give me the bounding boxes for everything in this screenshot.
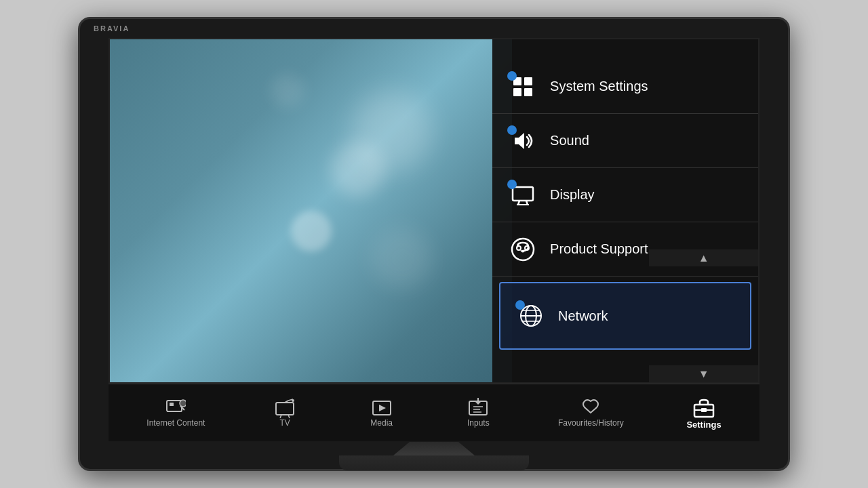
menu-item-network[interactable]: Network bbox=[499, 282, 751, 350]
scroll-down-arrow[interactable]: ▼ bbox=[649, 365, 758, 382]
svg-point-10 bbox=[517, 246, 521, 250]
nav-item-inputs[interactable]: Inputs bbox=[451, 394, 505, 431]
nav-item-settings[interactable]: Settings bbox=[676, 393, 731, 433]
settings-menu-panel: ▲ bbox=[492, 39, 758, 382]
svg-rect-3 bbox=[524, 88, 532, 96]
menu-label-network: Network bbox=[558, 308, 608, 324]
svg-rect-1 bbox=[524, 77, 532, 85]
blue-dot-sound bbox=[507, 125, 517, 135]
screen-video-bg bbox=[110, 39, 512, 382]
svg-rect-2 bbox=[513, 88, 521, 96]
settings-icon bbox=[692, 396, 715, 420]
stand-base bbox=[339, 455, 529, 470]
inputs-icon bbox=[468, 398, 488, 418]
menu-item-display[interactable]: Display bbox=[492, 168, 758, 222]
menu-item-sound[interactable]: Sound bbox=[492, 114, 758, 168]
bokeh-2 bbox=[351, 91, 433, 172]
nav-label-settings: Settings bbox=[686, 420, 721, 430]
nav-label-tv: TV bbox=[279, 418, 290, 428]
favourites-icon bbox=[580, 398, 601, 418]
svg-marker-4 bbox=[515, 133, 524, 149]
nav-label-favourites: Favourites/History bbox=[558, 418, 624, 428]
network-icon-wrap bbox=[514, 299, 548, 333]
tv-body: BRAVIA ▲ bbox=[78, 17, 790, 471]
tv-brand-label: BRAVIA bbox=[94, 24, 130, 33]
bokeh-5 bbox=[371, 228, 432, 289]
bokeh-3 bbox=[291, 211, 332, 251]
nav-item-favourites[interactable]: Favourites/History bbox=[548, 394, 634, 431]
menu-item-product-support[interactable]: Product Support bbox=[492, 222, 758, 277]
blue-dot-display bbox=[507, 180, 517, 189]
internet-content-icon bbox=[165, 398, 186, 418]
blue-dot-system bbox=[507, 71, 517, 81]
display-icon-wrap bbox=[506, 178, 540, 212]
blue-dot-network bbox=[515, 300, 525, 310]
nav-bar: Internet Content TV Media bbox=[108, 384, 760, 441]
stand-neck bbox=[393, 442, 475, 455]
menu-items-container: System Settings Sound bbox=[492, 39, 758, 382]
bokeh-4 bbox=[271, 74, 304, 108]
nav-item-internet-content[interactable]: Internet Content bbox=[136, 394, 215, 431]
product-support-icon-wrap bbox=[506, 232, 540, 266]
tv-screen-area: ▲ bbox=[108, 38, 760, 384]
system-settings-icon-wrap bbox=[506, 70, 540, 104]
svg-rect-22 bbox=[276, 403, 294, 415]
menu-label-sound: Sound bbox=[550, 133, 589, 148]
tv-icon bbox=[275, 398, 295, 418]
svg-marker-32 bbox=[475, 401, 481, 405]
menu-label-display: Display bbox=[550, 187, 595, 203]
nav-label-inputs: Inputs bbox=[467, 418, 490, 428]
svg-rect-18 bbox=[170, 403, 174, 406]
tv-stand bbox=[332, 442, 536, 476]
svg-rect-5 bbox=[513, 187, 533, 201]
svg-marker-29 bbox=[379, 405, 386, 411]
menu-scroll-section: ▲ bbox=[492, 39, 758, 382]
svg-point-27 bbox=[292, 399, 294, 402]
product-support-icon bbox=[511, 237, 535, 262]
sound-icon-wrap bbox=[506, 124, 540, 158]
svg-rect-38 bbox=[701, 408, 707, 412]
menu-item-system-settings[interactable]: System Settings bbox=[492, 60, 758, 114]
nav-item-media[interactable]: Media bbox=[355, 394, 409, 431]
nav-item-tv[interactable]: TV bbox=[258, 394, 312, 431]
menu-label-product-support: Product Support bbox=[550, 241, 648, 257]
nav-label-internet-content: Internet Content bbox=[146, 418, 205, 428]
svg-point-20 bbox=[180, 400, 186, 407]
nav-label-media: Media bbox=[370, 418, 393, 428]
menu-label-system-settings: System Settings bbox=[550, 79, 648, 94]
svg-point-11 bbox=[525, 246, 529, 250]
media-icon bbox=[372, 398, 392, 418]
